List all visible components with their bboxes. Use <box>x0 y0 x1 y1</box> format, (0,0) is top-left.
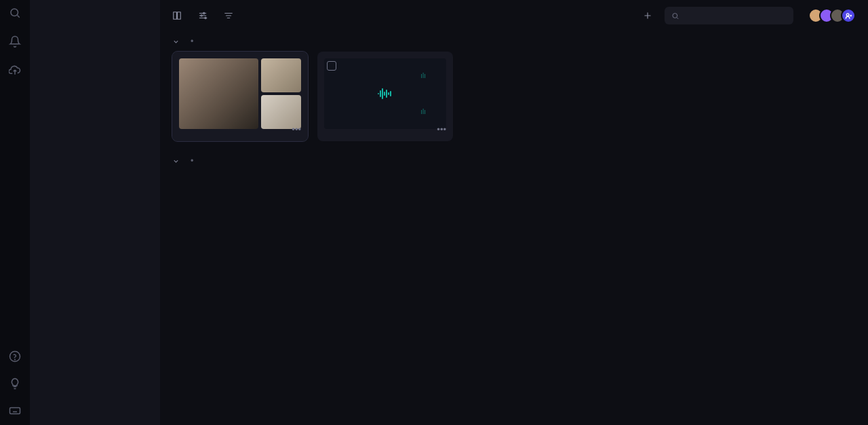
folder-thumbnail <box>261 58 301 92</box>
bell-icon[interactable] <box>9 35 21 48</box>
icon-rail <box>0 0 30 425</box>
folders-section-header: • <box>160 31 868 52</box>
cloud-upload-icon[interactable] <box>9 64 21 76</box>
lightbulb-icon[interactable] <box>9 377 21 390</box>
add-collaborator-button[interactable] <box>841 8 856 23</box>
collaborator-avatars[interactable] <box>812 8 856 23</box>
search-input[interactable] <box>684 11 787 20</box>
search-icon[interactable] <box>9 7 21 19</box>
search-icon <box>671 12 679 20</box>
chevron-down-icon[interactable] <box>172 158 180 165</box>
keyboard-icon[interactable] <box>9 405 21 417</box>
more-icon[interactable]: ••• <box>437 124 446 134</box>
folder-thumbnail: ılıılı <box>324 58 446 129</box>
assets-uploading-grid <box>160 171 868 179</box>
sort-icon <box>224 11 233 20</box>
svg-point-10 <box>846 13 849 16</box>
help-icon[interactable] <box>9 350 21 363</box>
svg-rect-5 <box>178 12 181 20</box>
folder-card-retouching[interactable]: ••• <box>172 52 308 141</box>
layout-icon <box>172 11 182 20</box>
add-button[interactable] <box>643 11 652 20</box>
more-icon[interactable]: ••• <box>292 124 301 134</box>
fields-button[interactable] <box>198 11 212 20</box>
sliders-icon <box>198 11 208 20</box>
svg-rect-4 <box>174 12 177 20</box>
sort-button[interactable] <box>224 11 237 20</box>
search-box[interactable] <box>665 7 793 24</box>
chevron-down-icon[interactable] <box>172 38 180 45</box>
svg-rect-3 <box>10 408 20 414</box>
svg-point-0 <box>11 9 18 16</box>
topbar <box>160 0 868 31</box>
folder-thumbnail <box>179 58 258 129</box>
assets-done-grid <box>160 179 868 187</box>
svg-point-9 <box>673 13 677 18</box>
svg-point-2 <box>15 359 16 360</box>
assets-section-header: • <box>160 151 868 171</box>
appearance-button[interactable] <box>172 11 186 20</box>
user-plus-icon <box>845 12 852 20</box>
waveform-icon <box>377 87 393 100</box>
main-content: • ••• ılıılı ••• <box>160 0 868 425</box>
checkbox[interactable] <box>327 61 336 71</box>
folder-card-audio[interactable]: ılıılı ••• <box>317 52 453 141</box>
upload-panel <box>30 0 160 425</box>
